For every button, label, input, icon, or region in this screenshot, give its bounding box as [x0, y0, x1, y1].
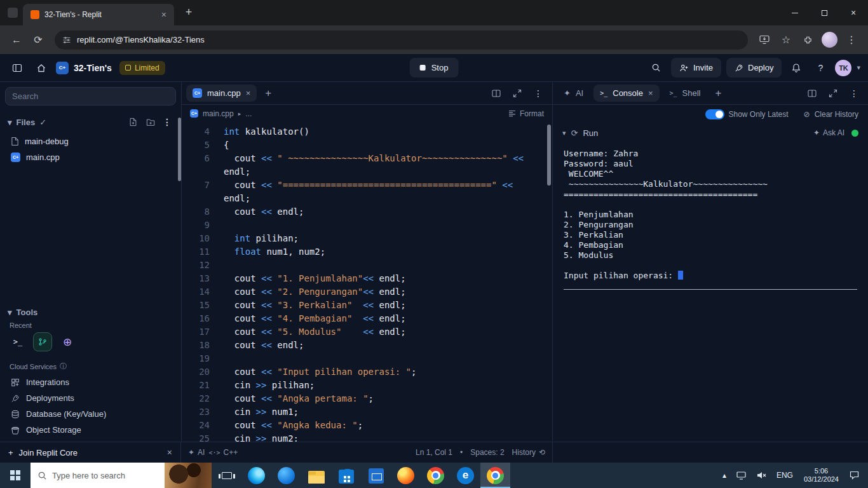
editor-tab-maincpp[interactable]: C+ main.cpp × [186, 85, 257, 102]
window-close-button[interactable]: × [839, 0, 868, 25]
code-line[interactable]: 21 cin >> pilihan; [191, 379, 552, 392]
browser-profile-avatar[interactable] [822, 32, 837, 48]
browser-menu-icon[interactable]: ⋮ [841, 30, 862, 50]
repl-name[interactable]: 32-Tien's [74, 63, 112, 73]
split-pane-icon[interactable] [487, 84, 506, 103]
code-line[interactable]: 10 int pilihan; [191, 232, 552, 245]
clear-history-label[interactable]: Clear History [815, 110, 858, 119]
taskbar-clock[interactable]: 5:06 03/12/2024 [798, 467, 844, 484]
format-button[interactable]: Format [508, 109, 544, 118]
code-line[interactable]: 5{ [191, 139, 552, 152]
show-only-latest-toggle[interactable] [705, 109, 724, 119]
run-chevron-icon[interactable]: ▾ [562, 129, 566, 137]
taskbar-file-explorer-icon[interactable] [301, 463, 331, 488]
code-line[interactable]: 8 cout << endl; [191, 205, 552, 219]
code-line[interactable]: 15 cout << "3. Perkalian" << endl; [191, 299, 552, 312]
sidebar-toggle-icon[interactable] [8, 58, 27, 78]
editor-tab-close-icon[interactable]: × [246, 88, 251, 98]
deploy-button[interactable]: Deploy [726, 58, 782, 78]
code-line[interactable]: 6 cout << " ~~~~~~~~~~~~~~~Kalkulator~~~… [191, 152, 552, 179]
tab-close-icon[interactable]: × [159, 10, 169, 20]
rerun-icon[interactable]: ⟳ [571, 128, 578, 138]
action-center-icon[interactable] [844, 463, 864, 488]
panel-menu-icon[interactable]: ⋮ [844, 84, 864, 103]
code-line[interactable]: 18 cout << endl; [191, 339, 552, 352]
start-button[interactable] [0, 463, 31, 488]
tab-ai[interactable]: ✦ AI [557, 85, 590, 102]
console-tab-close-icon[interactable]: × [648, 88, 653, 98]
new-tab-button[interactable]: + [180, 4, 197, 20]
cursor-position[interactable]: Ln 1, Col 1 [416, 448, 452, 457]
code-line[interactable]: 13 cout << "1. Penjumlahan"<< endl; [191, 272, 552, 285]
breadcrumb-more[interactable]: ... [245, 109, 252, 118]
console-cursor[interactable] [678, 271, 683, 280]
info-icon[interactable]: ⓘ [60, 362, 67, 371]
panel-expand-icon[interactable] [824, 84, 843, 103]
code-line[interactable]: 9 [191, 219, 552, 232]
account-chevron-icon[interactable]: ▾ [857, 64, 860, 72]
taskbar-firefox-icon[interactable] [391, 463, 421, 488]
join-core-close-icon[interactable]: × [167, 447, 172, 458]
install-app-icon[interactable] [754, 30, 775, 50]
file-item-main-debug[interactable]: main-debug [5, 133, 176, 149]
join-core-banner[interactable]: + Join Replit Core × [0, 442, 181, 463]
new-folder-icon[interactable] [143, 115, 158, 129]
back-icon[interactable]: ← [6, 30, 27, 50]
history-button[interactable]: History ⟲ [512, 448, 545, 457]
taskbar-chrome-icon[interactable] [421, 463, 451, 488]
window-maximize-button[interactable] [810, 0, 839, 25]
code-line[interactable]: 19 [191, 352, 552, 365]
code-line[interactable]: 20 cout << "Input pilihan operasi: "; [191, 365, 552, 379]
search-icon[interactable] [647, 58, 666, 78]
taskbar-store-icon[interactable] [331, 463, 361, 488]
tray-display-icon[interactable] [731, 463, 751, 488]
run-label[interactable]: Run [583, 128, 598, 138]
task-view-button[interactable] [212, 463, 241, 488]
panel-new-tab-icon[interactable]: + [711, 87, 726, 100]
clear-history-icon[interactable]: ⊘ [804, 110, 810, 119]
browser-tab[interactable]: 32-Tien's - Replit × [23, 4, 174, 25]
status-language[interactable]: <·> C++ [208, 448, 238, 457]
code-line[interactable]: 14 cout << "2. Pengurangan"<< endl; [191, 285, 552, 299]
sidebar-item-integrations[interactable]: Integrations [5, 374, 176, 390]
console-output[interactable]: Username: ZahraPassword: aaul WELCOME^^ … [553, 142, 868, 442]
code-line[interactable]: 4int kalkulator() [191, 125, 552, 139]
taskbar-edge-legacy-icon[interactable] [451, 463, 480, 488]
extensions-icon[interactable] [797, 30, 818, 50]
tray-chevron-icon[interactable]: ▴ [717, 463, 731, 488]
panel-split-icon[interactable] [803, 84, 822, 103]
stop-button[interactable]: Stop [410, 58, 459, 78]
tools-section-header[interactable]: ▾ Tools [8, 308, 173, 317]
code-line[interactable]: 11 float num1, num2; [191, 245, 552, 259]
tab-shell[interactable]: >_ Shell [663, 85, 707, 102]
code-area[interactable]: 4int kalkulator()5{6 cout << " ~~~~~~~~~… [182, 122, 552, 442]
site-settings-icon[interactable] [62, 36, 71, 44]
taskbar-cortana-icon[interactable] [271, 463, 301, 488]
invite-button[interactable]: Invite [671, 58, 721, 78]
editor-new-tab-icon[interactable]: + [261, 87, 276, 100]
volume-muted-icon[interactable] [751, 463, 771, 488]
breadcrumb-file[interactable]: main.cpp [203, 109, 234, 118]
show-only-latest-label[interactable]: Show Only Latest [729, 110, 789, 119]
code-line[interactable]: 17 cout << "5. Modulus" << endl; [191, 325, 552, 339]
language-indicator[interactable]: ENG [771, 463, 798, 488]
indent-setting[interactable]: Spaces: 2 [470, 448, 504, 457]
code-line[interactable]: 25 cin >> num2; [191, 432, 552, 442]
git-icon[interactable] [33, 332, 52, 351]
user-avatar[interactable]: TK [835, 60, 851, 76]
editor-menu-icon[interactable]: ⋮ [529, 84, 548, 103]
taskbar-search[interactable] [31, 463, 212, 488]
files-menu-icon[interactable]: ⋮ [161, 115, 173, 129]
bookmark-star-icon[interactable]: ☆ [776, 30, 796, 50]
code-line[interactable]: 24 cout << "Angka kedua: "; [191, 419, 552, 432]
code-line[interactable]: 12 [191, 259, 552, 272]
sidebar-item-database-key-value-[interactable]: Database (Key/Value) [5, 406, 176, 422]
status-ai[interactable]: ✦ AI [188, 448, 205, 457]
home-icon[interactable] [32, 58, 51, 78]
ask-ai-label[interactable]: Ask AI [823, 128, 844, 137]
file-item-main.cpp[interactable]: C+main.cpp [5, 149, 176, 165]
tools-chevron-icon[interactable]: ▾ [8, 308, 12, 317]
files-section-header[interactable]: ▾ Files ✓ ⋮ [8, 115, 173, 129]
notifications-bell-icon[interactable] [787, 58, 806, 78]
browser-app-icon[interactable] [8, 8, 18, 18]
